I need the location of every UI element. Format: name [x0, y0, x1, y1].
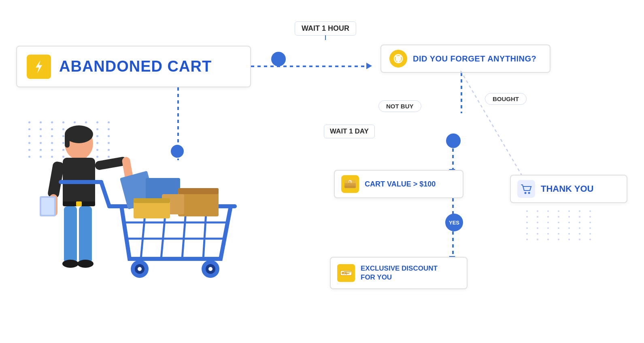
svg-rect-3: [65, 133, 70, 148]
money-stack-icon: $: [341, 175, 359, 193]
lightning-bolt-icon: [27, 55, 51, 79]
did-you-forget-box: DID YOU FORGET ANYTHING?: [380, 44, 550, 73]
cart-illustration: [20, 109, 251, 311]
right-panel: WAIT 1 HOUR DID YOU FORGET ANYTHING? NOT…: [259, 0, 644, 343]
exclusive-discount-box: % EXCLUSIVE DISCOUNT FOR YOU: [330, 257, 468, 289]
svg-point-28: [138, 267, 142, 271]
did-you-forget-title: DID YOU FORGET ANYTHING?: [413, 54, 536, 64]
abandoned-cart-box: ABANDONED CART: [16, 46, 251, 87]
diagonal-connector: [441, 71, 542, 184]
svg-rect-16: [41, 198, 54, 215]
node-main: [271, 52, 286, 66]
svg-rect-7: [64, 206, 77, 263]
svg-point-57: [528, 192, 530, 194]
svg-point-9: [62, 260, 79, 268]
thank-you-box: THANK YOU: [510, 175, 627, 203]
svg-point-44: [400, 56, 401, 57]
svg-rect-38: [134, 198, 170, 203]
svg-point-31: [208, 267, 213, 271]
cart-value-box: $ CART VALUE > $100: [334, 170, 463, 198]
svg-text:$: $: [349, 180, 351, 184]
connector-v4: [452, 231, 454, 258]
svg-rect-42: [397, 61, 400, 62]
exclusive-discount-title: EXCLUSIVE DISCOUNT FOR YOU: [361, 264, 438, 282]
node-decision: [446, 133, 461, 148]
svg-point-56: [525, 192, 527, 194]
left-panel: ABANDONED CART: [0, 0, 267, 343]
dot-grid-right-decoration: [526, 210, 596, 240]
connector-v3: [452, 198, 454, 215]
svg-rect-8: [79, 206, 92, 263]
thank-you-title: THANK YOU: [541, 184, 593, 194]
bell-icon: [389, 50, 407, 68]
svg-line-24: [101, 182, 109, 206]
svg-rect-13: [47, 161, 65, 199]
shopping-cart-icon: [517, 180, 535, 198]
svg-rect-35: [178, 188, 219, 194]
svg-text:%: %: [344, 271, 347, 275]
svg-rect-6: [76, 201, 82, 206]
discount-tag-icon: %: [337, 264, 355, 282]
connector-v2: [452, 148, 454, 171]
not-buy-label: NOT BUY: [378, 100, 421, 112]
cart-value-title: CART VALUE > $100: [365, 180, 436, 188]
yes-circle: YES: [445, 214, 463, 231]
svg-point-43: [395, 56, 397, 57]
wait-1-day-label: WAIT 1 DAY: [324, 125, 375, 138]
svg-marker-0: [36, 60, 42, 73]
svg-line-45: [461, 71, 522, 176]
wait-1-hour-label: WAIT 1 HOUR: [295, 21, 356, 36]
svg-point-10: [77, 260, 94, 268]
abandoned-cart-title: ABANDONED CART: [59, 58, 212, 75]
